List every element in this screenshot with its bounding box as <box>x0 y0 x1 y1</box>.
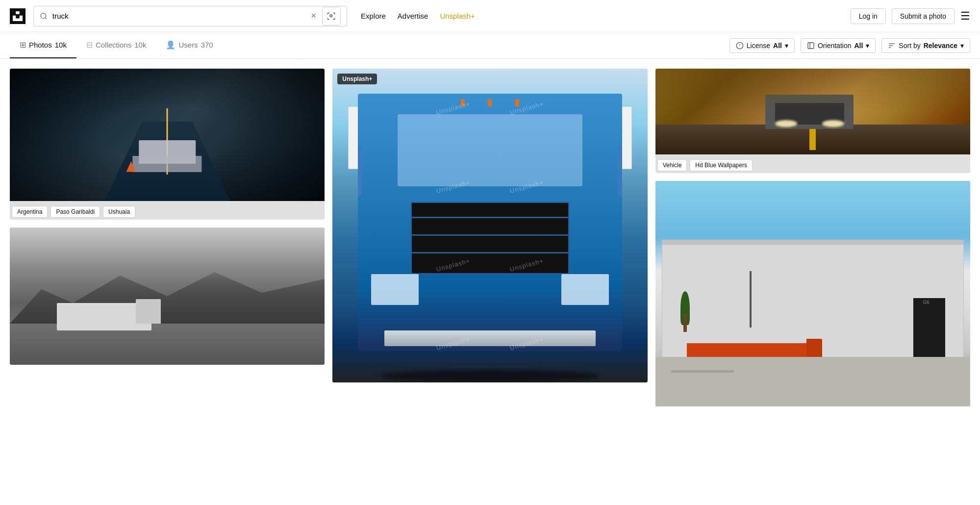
license-value: All <box>773 42 782 50</box>
tabs-bar: ⊞ Photos 10k ⊟ Collections 10k 👤 Users 3… <box>0 32 980 59</box>
submit-photo-button[interactable]: Submit a photo <box>892 8 955 24</box>
photo-card-warehouse[interactable]: G6 <box>655 181 970 406</box>
unsplash-plus-badge: Unsplash+ <box>337 74 377 84</box>
search-icon <box>40 12 48 20</box>
tab-users[interactable]: 👤 Users 370 <box>156 32 223 58</box>
orientation-label: Orientation <box>818 42 851 50</box>
tag-argentina[interactable]: Argentina <box>12 206 48 218</box>
search-input[interactable]: truck <box>52 12 305 20</box>
photo-card-bw-truck[interactable] <box>10 227 325 365</box>
header: truck × Explore Advertise Unsplash+ Log … <box>0 0 980 32</box>
tag-vehicle[interactable]: Vehicle <box>657 159 687 171</box>
tab-collections-label: Collections <box>96 41 131 49</box>
tab-collections-count: 10k <box>134 41 146 49</box>
photo-tags-road: Vehicle Hd Blue Wallpapers <box>655 154 970 173</box>
nav-links: Explore Advertise Unsplash+ <box>361 12 475 20</box>
sort-value: Relevance <box>924 42 957 50</box>
users-icon: 👤 <box>166 40 176 50</box>
photo-card-blue-truck[interactable]: Unsplash+ <box>332 69 647 382</box>
login-button[interactable]: Log in <box>851 8 886 24</box>
search-bar: truck × <box>33 6 347 26</box>
clear-search-button[interactable]: × <box>310 10 317 22</box>
orientation-filter-button[interactable]: Orientation All ▾ <box>801 38 876 53</box>
tag-ushuaia[interactable]: Ushuaia <box>103 206 135 218</box>
photos-icon: ⊞ <box>20 40 26 50</box>
tab-collections[interactable]: ⊟ Collections 10k <box>76 32 156 58</box>
photo-card-road-truck[interactable]: Vehicle Hd Blue Wallpapers <box>655 69 970 173</box>
svg-point-2 <box>330 15 332 17</box>
sort-chevron-icon: ▾ <box>960 42 964 50</box>
orientation-chevron-icon: ▾ <box>866 42 869 50</box>
orientation-value: All <box>854 42 863 50</box>
filters: License All ▾ Orientation All ▾ Sort by … <box>729 38 970 53</box>
visual-search-button[interactable] <box>322 7 341 25</box>
sort-filter-button[interactable]: Sort by Relevance ▾ <box>881 38 970 53</box>
collections-icon: ⊟ <box>86 40 93 50</box>
license-filter-button[interactable]: License All ▾ <box>729 38 795 53</box>
menu-button[interactable]: ☰ <box>960 10 970 23</box>
unsplash-plus-link[interactable]: Unsplash+ <box>440 12 475 20</box>
tab-photos-label: Photos <box>29 41 52 49</box>
license-label: License <box>747 42 770 50</box>
main-content: Argentina Paso Garibaldi Ushuaia <box>0 59 980 416</box>
explore-link[interactable]: Explore <box>361 12 386 20</box>
advertise-link[interactable]: Advertise <box>398 12 428 20</box>
tab-users-count: 370 <box>201 41 213 49</box>
tag-hd-blue[interactable]: Hd Blue Wallpapers <box>690 159 753 171</box>
tag-paso-garibaldi[interactable]: Paso Garibaldi <box>50 206 100 218</box>
header-actions: Log in Submit a photo ☰ <box>851 8 970 24</box>
svg-point-0 <box>41 13 46 19</box>
license-chevron-icon: ▾ <box>785 42 788 50</box>
photo-card-tunnel[interactable]: Argentina Paso Garibaldi Ushuaia <box>10 69 325 220</box>
tab-users-label: Users <box>178 41 198 49</box>
photo-tags-tunnel: Argentina Paso Garibaldi Ushuaia <box>10 201 325 220</box>
svg-line-1 <box>45 18 47 19</box>
unsplash-logo[interactable] <box>10 8 25 24</box>
svg-rect-4 <box>808 43 814 49</box>
tab-photos-count: 10k <box>55 41 67 49</box>
sort-label: Sort by <box>899 42 920 50</box>
photo-grid: Argentina Paso Garibaldi Ushuaia <box>10 69 970 406</box>
tab-photos[interactable]: ⊞ Photos 10k <box>10 32 76 58</box>
